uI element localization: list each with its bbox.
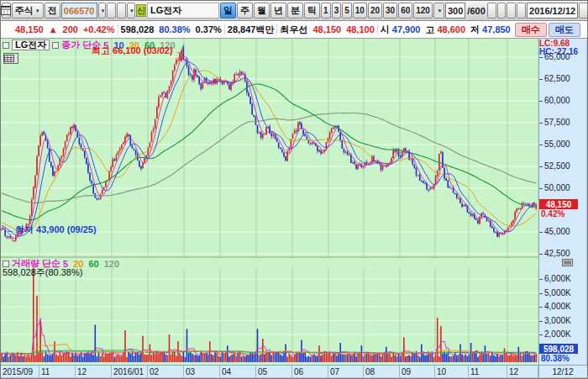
time-axis-label: 03: [184, 366, 220, 377]
compare-chart-button[interactable]: [487, 3, 496, 18]
settings-button[interactable]: [517, 3, 526, 18]
price-change: 200: [60, 24, 81, 34]
toolbar-button-3[interactable]: 3: [332, 3, 342, 18]
date-input[interactable]: 2016/12/12: [527, 3, 578, 18]
toolbar-button-분[interactable]: 분: [287, 3, 303, 18]
low-annotation: ←최저 43,900 (09/25): [6, 224, 97, 236]
toolbar-button-일[interactable]: 일: [220, 3, 236, 18]
toolbar-button-틱[interactable]: 틱: [304, 3, 320, 18]
toolbar-button-주[interactable]: 주: [237, 3, 253, 18]
crosshair-tool-button[interactable]: [497, 3, 507, 18]
grid-icon: [4, 55, 14, 62]
volume-chart[interactable]: [1, 268, 538, 362]
time-axis-label: 2016/01: [112, 366, 148, 377]
stock-code-input[interactable]: 066570: [61, 3, 97, 18]
bar-count-total: /600: [466, 6, 486, 16]
stock-chart-window: 주식▼ 전 066570 ▼ ▼ 신 LG전자 일주월년분틱 135102030…: [0, 0, 588, 379]
volume-tick-label: 3,000K: [544, 316, 571, 325]
sell-button[interactable]: 매도: [549, 23, 580, 37]
price-tick-label: 42,500: [544, 249, 570, 258]
code-dropdown-button[interactable]: ▼: [98, 3, 107, 18]
volume-tick-label: 5,000K: [544, 288, 571, 297]
turnover-pct: 0.37%: [193, 24, 224, 34]
toolbar-button-년[interactable]: 년: [270, 3, 286, 18]
credit-badge: 신: [136, 4, 146, 17]
volume-tick-label: 6,000K: [544, 274, 571, 283]
time-axis-label: 12: [507, 366, 538, 377]
time-axis-label: 09: [400, 366, 435, 377]
calendar-button[interactable]: [579, 3, 588, 18]
volume-legend-period-60[interactable]: 60: [88, 259, 98, 269]
low-price: 47,850: [482, 24, 513, 34]
price-tick-label: 50,000: [544, 183, 570, 192]
legend-stock-name[interactable]: LG전자: [12, 39, 50, 50]
asset-type-select[interactable]: 주식▼: [12, 3, 44, 18]
chevron-down-icon: ▼: [101, 8, 106, 13]
best-ask: 48,150: [310, 24, 344, 34]
period-button-group: 일주월년분틱: [220, 3, 320, 18]
toolbar-button-20[interactable]: 20: [368, 3, 382, 18]
volume-value: 598,028: [118, 24, 157, 34]
bar-count-input[interactable]: 300: [445, 3, 465, 18]
price-tick-label: 52,500: [544, 161, 570, 171]
current-price-axis-box: 48,150: [539, 199, 578, 209]
toolbar-button-30[interactable]: 30: [383, 3, 397, 18]
price-tick-label: 65,000: [544, 52, 570, 61]
toolbar-button-120[interactable]: 120: [413, 3, 433, 18]
toolbar-button-60[interactable]: 60: [398, 3, 412, 18]
price-tick-label: 45,000: [544, 227, 570, 236]
time-axis-label: 10: [435, 366, 469, 377]
trade-amount: 28,847백만: [225, 24, 277, 36]
chevron-down-icon: ▼: [35, 8, 40, 13]
toolbar-button-5[interactable]: 5: [342, 3, 352, 18]
search-button[interactable]: [107, 3, 116, 18]
empty-select[interactable]: ▼: [433, 3, 444, 18]
best-quote-label: 최우선: [277, 24, 310, 36]
time-axis-label: 2015/09: [1, 366, 39, 377]
price-tick-label: 62,500: [544, 74, 570, 83]
high-annotation: 최고 66,100 (03/02) →: [92, 45, 185, 57]
price-tick-label: 60,000: [544, 96, 570, 105]
toolbar-button-월[interactable]: 월: [254, 3, 270, 18]
sound-button[interactable]: [117, 3, 126, 18]
time-axis-label: 11: [39, 366, 76, 377]
high-label: 고: [423, 24, 437, 36]
save-button[interactable]: [507, 3, 516, 18]
time-axis-corner: 12/12: [538, 366, 586, 377]
interval-button-group: 13510203060120: [321, 3, 433, 18]
high-price: 48,600: [437, 24, 468, 34]
legend-checkbox-icon[interactable]: [52, 42, 59, 49]
volume-ratio: 80.38%: [156, 24, 192, 34]
toolbar: 주식▼ 전 066570 ▼ ▼ 신 LG전자 일주월년분틱 135102030…: [1, 1, 588, 21]
price-tick-label: 57,500: [544, 118, 570, 127]
time-axis[interactable]: 2015/0911122016/010203040506070809101112…: [1, 365, 588, 377]
time-axis-label: 02: [148, 366, 184, 377]
chart-area[interactable]: LG전자 종가 단순 5102060120 최고 66,100 (03/02) …: [1, 39, 588, 365]
buy-button[interactable]: 매수: [515, 23, 547, 37]
toolbar-button-1[interactable]: 1: [321, 3, 331, 18]
up-arrow-icon: ▲: [46, 24, 60, 34]
time-axis-label: 07: [328, 366, 364, 377]
time-axis-label: 11: [469, 366, 507, 377]
legend-checkbox-icon[interactable]: [3, 42, 9, 49]
time-axis-label: 05: [256, 366, 292, 377]
volume-legend-period-120[interactable]: 120: [104, 259, 119, 269]
toolbar-button-10[interactable]: 10: [353, 3, 367, 18]
open-label: 시: [378, 24, 392, 36]
pane-toggle-icon[interactable]: [562, 259, 573, 266]
volume-tick-label: 2,000K: [544, 329, 571, 339]
price-change-pct: +0.42%: [81, 24, 118, 34]
volume-tick-label: 4,000K: [544, 302, 571, 311]
quote-row: 48,150 ▲ 200 +0.42% 598,028 80.38% 0.37%…: [1, 21, 588, 39]
asset-type-label: 주식: [15, 4, 34, 17]
time-axis-label: 12: [76, 366, 112, 377]
stock-name-field[interactable]: LG전자: [147, 3, 219, 18]
price-analysis-button[interactable]: [3, 53, 18, 64]
best-bid: 48,100: [344, 24, 377, 34]
chevron-down-icon: ▼: [129, 8, 134, 13]
prev-stock-button[interactable]: 전: [45, 3, 60, 18]
time-axis-label: 06: [292, 366, 328, 377]
current-price-pct: 0.42%: [541, 209, 564, 218]
current-price: 48,150: [13, 24, 46, 34]
sound-dropdown-button[interactable]: ▼: [127, 3, 135, 18]
